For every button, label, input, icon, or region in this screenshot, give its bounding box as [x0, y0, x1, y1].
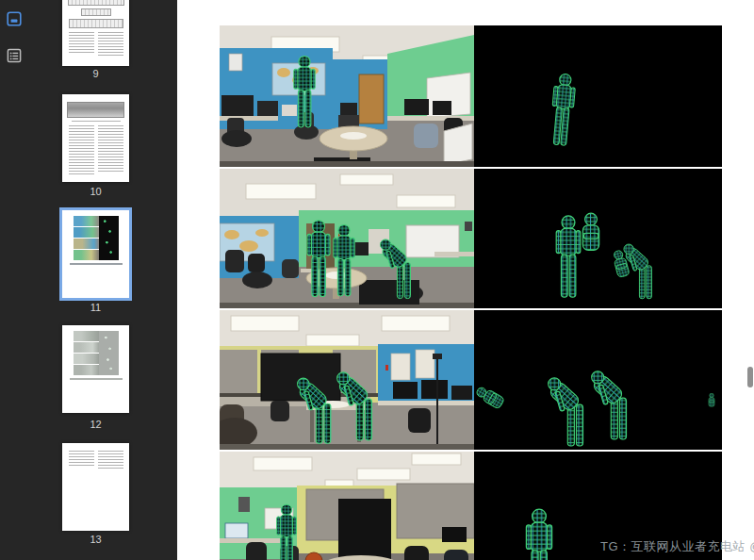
page-thumbnail-10[interactable]: [62, 94, 129, 182]
vertical-scrollbar-thumb[interactable]: [747, 367, 753, 387]
figure-row-1: [220, 25, 722, 167]
thumbnails-view-icon[interactable]: [7, 11, 22, 26]
page-thumbnail-12[interactable]: [62, 325, 129, 413]
list-icon: [7, 48, 22, 63]
figure-row-3: [220, 310, 722, 450]
room-photo-3: [220, 310, 474, 450]
mesh-render-3: [474, 310, 722, 450]
mesh-render-2: [474, 169, 722, 308]
page-thumbnail-13[interactable]: [62, 443, 129, 531]
watermark-text: TG：互联网从业者充电站 @https1024: [600, 538, 754, 555]
mesh-render-1: [474, 25, 722, 167]
page-thumbnail-11[interactable]: [62, 210, 129, 298]
room-photo-4: [220, 452, 474, 560]
room-photo-1: [220, 25, 474, 167]
page-thumbnail-9[interactable]: [62, 0, 129, 66]
page-number-11: 11: [62, 302, 129, 313]
document-page-view: [177, 0, 754, 560]
outline-view-icon[interactable]: [7, 48, 22, 63]
page-number-10: 10: [62, 186, 129, 197]
thumbnail-sidebar: 9 10 11: [0, 0, 177, 560]
image-icon: [7, 11, 22, 26]
figure-page-11: [220, 25, 722, 560]
page-number-13: 13: [62, 534, 129, 545]
page-number-12: 12: [62, 419, 129, 430]
figure-row-2: [220, 169, 722, 308]
room-photo-2: [220, 169, 474, 308]
page-number-9: 9: [62, 68, 129, 79]
